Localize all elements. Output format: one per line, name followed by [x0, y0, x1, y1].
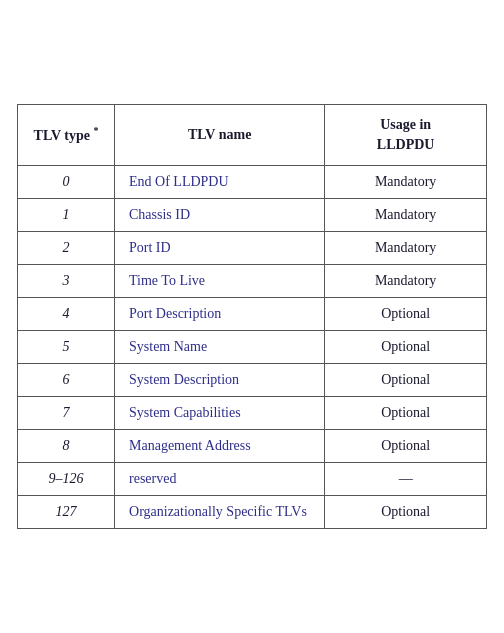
header-tlv-name: TLV name	[115, 105, 325, 165]
cell-tlv-type: 8	[18, 429, 115, 462]
cell-tlv-name: System Capabilities	[115, 396, 325, 429]
cell-tlv-name: System Description	[115, 363, 325, 396]
table-row: 4Port DescriptionOptional	[18, 297, 487, 330]
table-row: 7System CapabilitiesOptional	[18, 396, 487, 429]
cell-tlv-type: 0	[18, 165, 115, 198]
cell-tlv-usage: Mandatory	[325, 231, 487, 264]
table-row: 1Chassis IDMandatory	[18, 198, 487, 231]
cell-tlv-name: Chassis ID	[115, 198, 325, 231]
cell-tlv-type: 6	[18, 363, 115, 396]
table-row: 127Organizationally Specific TLVsOptiona…	[18, 495, 487, 528]
cell-tlv-type: 5	[18, 330, 115, 363]
cell-tlv-usage: Optional	[325, 396, 487, 429]
cell-tlv-usage: Optional	[325, 495, 487, 528]
cell-tlv-type: 1	[18, 198, 115, 231]
cell-tlv-usage: Optional	[325, 297, 487, 330]
header-tlv-type: TLV type *	[18, 105, 115, 165]
table-row: 9–126reserved—	[18, 462, 487, 495]
cell-tlv-name: Organizationally Specific TLVs	[115, 495, 325, 528]
cell-tlv-usage: Mandatory	[325, 264, 487, 297]
cell-tlv-name: Port Description	[115, 297, 325, 330]
table-container: TLV type * TLV name Usage inLLDPDU 0End …	[17, 104, 487, 528]
cell-tlv-usage: Mandatory	[325, 165, 487, 198]
table-header-row: TLV type * TLV name Usage inLLDPDU	[18, 105, 487, 165]
table-row: 3Time To LiveMandatory	[18, 264, 487, 297]
cell-tlv-name: End Of LLDPDU	[115, 165, 325, 198]
cell-tlv-type: 7	[18, 396, 115, 429]
table-row: 6System DescriptionOptional	[18, 363, 487, 396]
cell-tlv-type: 127	[18, 495, 115, 528]
cell-tlv-name: Time To Live	[115, 264, 325, 297]
cell-tlv-type: 9–126	[18, 462, 115, 495]
cell-tlv-usage: Mandatory	[325, 198, 487, 231]
cell-tlv-usage: Optional	[325, 330, 487, 363]
cell-tlv-name: System Name	[115, 330, 325, 363]
cell-tlv-name: Port ID	[115, 231, 325, 264]
cell-tlv-type: 3	[18, 264, 115, 297]
header-tlv-usage: Usage inLLDPDU	[325, 105, 487, 165]
cell-tlv-usage: Optional	[325, 363, 487, 396]
table-row: 0End Of LLDPDUMandatory	[18, 165, 487, 198]
cell-tlv-usage: —	[325, 462, 487, 495]
table-row: 2Port IDMandatory	[18, 231, 487, 264]
table-row: 5System NameOptional	[18, 330, 487, 363]
lldp-table: TLV type * TLV name Usage inLLDPDU 0End …	[17, 104, 487, 528]
cell-tlv-type: 4	[18, 297, 115, 330]
cell-tlv-name: reserved	[115, 462, 325, 495]
table-body: 0End Of LLDPDUMandatory1Chassis IDMandat…	[18, 165, 487, 528]
cell-tlv-usage: Optional	[325, 429, 487, 462]
cell-tlv-type: 2	[18, 231, 115, 264]
table-row: 8Management AddressOptional	[18, 429, 487, 462]
cell-tlv-name: Management Address	[115, 429, 325, 462]
